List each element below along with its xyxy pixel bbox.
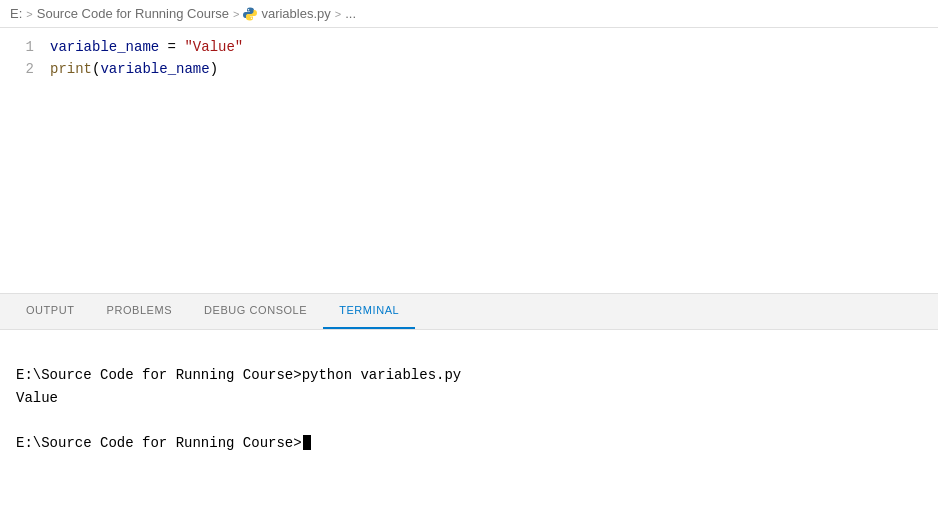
- breadcrumb-sep3: >: [335, 8, 341, 20]
- terminal-line-output: Value: [16, 387, 922, 409]
- tab-debug-console[interactable]: DEBUG CONSOLE: [188, 293, 323, 329]
- code-op-1: =: [159, 39, 184, 55]
- code-paren-close: ): [210, 61, 218, 77]
- code-var-1: variable_name: [50, 39, 159, 55]
- code-line-2: 2 print(variable_name): [0, 58, 938, 80]
- breadcrumb-file[interactable]: variables.py: [261, 6, 330, 21]
- breadcrumb-folder[interactable]: Source Code for Running Course: [37, 6, 229, 21]
- code-line-1: 1 variable_name = "Value": [0, 36, 938, 58]
- line-content-1: variable_name = "Value": [50, 36, 243, 58]
- code-var-2: variable_name: [100, 61, 209, 77]
- editor-area: 1 variable_name = "Value" 2 print(variab…: [0, 28, 938, 294]
- terminal-line-prompt: E:\Source Code for Running Course>: [16, 432, 922, 454]
- terminal-line-blank1: [16, 342, 922, 364]
- tab-terminal[interactable]: TERMINAL: [323, 293, 415, 329]
- breadcrumb-sep2: >: [233, 8, 239, 20]
- breadcrumb-drive[interactable]: E:: [10, 6, 22, 21]
- tab-output[interactable]: OUTPUT: [10, 293, 91, 329]
- terminal-cursor: [303, 435, 311, 450]
- code-func-1: print: [50, 61, 92, 77]
- line-number-2: 2: [0, 58, 50, 80]
- tab-problems[interactable]: PROBLEMS: [91, 293, 189, 329]
- terminal-line-blank2: [16, 409, 922, 431]
- terminal-area[interactable]: E:\Source Code for Running Course>python…: [0, 330, 938, 510]
- line-number-1: 1: [0, 36, 50, 58]
- line-content-2: print(variable_name): [50, 58, 218, 80]
- breadcrumb-sep1: >: [26, 8, 32, 20]
- breadcrumb: E: > Source Code for Running Course > va…: [0, 0, 938, 28]
- code-string-1: "Value": [184, 39, 243, 55]
- terminal-line-command: E:\Source Code for Running Course>python…: [16, 364, 922, 386]
- breadcrumb-more[interactable]: ...: [345, 6, 356, 21]
- panel-tabs: OUTPUT PROBLEMS DEBUG CONSOLE TERMINAL: [0, 294, 938, 330]
- python-icon: [243, 7, 257, 21]
